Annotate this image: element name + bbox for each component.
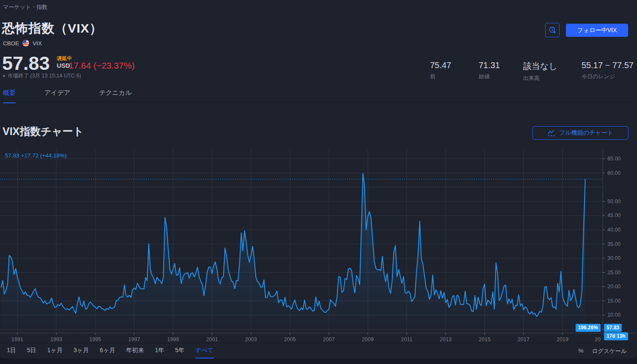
stat-value: 75.47 (430, 61, 451, 70)
stat-label: 始値 (479, 73, 500, 80)
last-price: 57.83 (2, 52, 50, 74)
follow-button[interactable]: フォロー中VIX (566, 24, 628, 37)
stat-value: 該当なし (523, 61, 557, 72)
svg-text:2005: 2005 (284, 336, 296, 342)
chart-section-title: VIX指数チャート (3, 124, 84, 138)
svg-text:1991: 1991 (11, 336, 23, 342)
page-title: 恐怖指数（VIX） (2, 20, 102, 37)
svg-text:2007: 2007 (323, 336, 335, 342)
svg-text:10.00: 10.00 (607, 312, 620, 318)
chart-canvas[interactable]: 65.0060.0050.0045.0040.0035.0030.0025.00… (0, 149, 637, 343)
svg-text:2017: 2017 (518, 336, 529, 342)
svg-text:65.00: 65.00 (607, 156, 620, 162)
percent-change-badge: 196.26% (576, 324, 601, 332)
svg-text:60.00: 60.00 (607, 170, 620, 176)
svg-text:30.00: 30.00 (607, 255, 620, 261)
svg-text:2019: 2019 (557, 336, 568, 342)
symbol-label: VIX (33, 40, 42, 47)
tab-overview[interactable]: 概要 (3, 89, 16, 103)
range-1y[interactable]: 1年 (155, 347, 164, 358)
svg-text:2003: 2003 (245, 336, 257, 342)
stat-volume: 該当なし 出来高 (523, 61, 557, 82)
svg-text:50.00: 50.00 (607, 199, 620, 204)
toolbar-divider (0, 343, 637, 343)
tab-technicals[interactable]: テクニカル (99, 89, 132, 103)
market-status-dot (3, 75, 5, 77)
stat-label: 今日のレンジ (582, 73, 634, 80)
scale-toolbar: % ログスケール (578, 347, 627, 355)
stat-label: 前 (430, 73, 451, 80)
range-ytd[interactable]: 年初来 (126, 347, 144, 358)
range-1m[interactable]: 1ヶ月 (47, 347, 63, 358)
price-change: −17.64 (−23.37%) (63, 61, 135, 71)
symbol-line: CBOE VIX (3, 40, 42, 47)
svg-text:25.00: 25.00 (607, 270, 620, 276)
full-chart-label: フル機能のチャート (559, 129, 613, 137)
percent-scale-button[interactable]: % (578, 347, 583, 355)
chart-icon (548, 130, 556, 137)
stat-label: 出来高 (523, 74, 557, 82)
market-status: 市場終了 (3月 13 15:14 UTC-5) (3, 72, 81, 80)
stat-value: 55.17 − 77.57 (582, 61, 634, 70)
create-alert-button[interactable] (545, 23, 560, 37)
svg-text:1997: 1997 (128, 336, 140, 342)
range-6m[interactable]: 6ヶ月 (100, 347, 115, 358)
range-3m[interactable]: 3ヶ月 (74, 347, 89, 358)
tab-ideas[interactable]: アイデア (44, 89, 70, 103)
svg-text:2009: 2009 (362, 336, 374, 342)
range-5y[interactable]: 5年 (175, 347, 185, 358)
svg-text:20: 20 (595, 336, 601, 342)
stat-open: 71.31 始値 (479, 61, 500, 80)
countdown-badge: 17d 13h (604, 332, 628, 340)
range-all[interactable]: すべて (196, 347, 214, 358)
chart[interactable]: 65.0060.0050.0045.0040.0035.0030.0025.00… (0, 149, 637, 343)
svg-text:1993: 1993 (50, 336, 62, 342)
tabs-divider (0, 102, 637, 102)
svg-text:45.00: 45.00 (607, 212, 620, 218)
svg-text:1995: 1995 (89, 336, 101, 342)
chart-legend[interactable]: 57.83 +17.72 (+44.18%) (5, 152, 67, 159)
breadcrumb[interactable]: マーケット・指数 (3, 3, 47, 11)
stat-day-range: 55.17 − 77.57 今日のレンジ (582, 61, 634, 80)
svg-text:40.00: 40.00 (607, 227, 620, 233)
symbol-page: マーケット・指数 恐怖指数（VIX） CBOE VIX フォロー中VIX 57.… (0, 0, 637, 358)
svg-text:20.00: 20.00 (607, 284, 620, 290)
alarm-plus-icon (548, 26, 557, 34)
full-featured-chart-button[interactable]: フル機能のチャート (532, 126, 629, 140)
market-status-text: 市場終了 (3月 13 15:14 UTC-5) (8, 72, 81, 80)
us-flag-icon (22, 40, 29, 47)
svg-text:2013: 2013 (440, 336, 452, 342)
current-price-badge: 57.83 (604, 324, 622, 332)
range-toolbar: 1日 5日 1ヶ月 3ヶ月 6ヶ月 年初来 1年 5年 すべて (7, 347, 214, 358)
exchange-label: CBOE (3, 40, 19, 47)
range-1d[interactable]: 1日 (7, 347, 16, 358)
log-scale-button[interactable]: ログスケール (592, 347, 627, 355)
svg-text:1999: 1999 (167, 336, 179, 342)
stat-value: 71.31 (479, 61, 500, 70)
svg-text:15.00: 15.00 (607, 298, 620, 304)
svg-text:35.00: 35.00 (607, 241, 620, 247)
svg-text:2011: 2011 (401, 336, 413, 342)
tab-bar: 概要 アイデア テクニカル (3, 89, 132, 103)
range-5d[interactable]: 5日 (27, 347, 36, 358)
svg-text:2001: 2001 (206, 336, 218, 342)
stat-prev-close: 75.47 前 (430, 61, 451, 80)
svg-text:2015: 2015 (479, 336, 491, 342)
